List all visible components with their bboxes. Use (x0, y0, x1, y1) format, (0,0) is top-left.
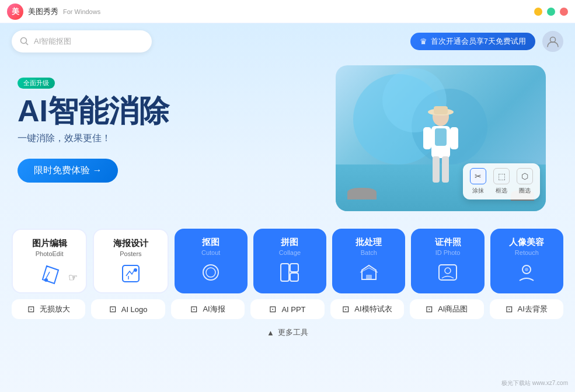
cutout-name: 抠图 (202, 237, 219, 248)
ai-outfit-label: AI模特试衣 (354, 304, 392, 314)
svg-line-1 (26, 43, 29, 46)
collage-icon (279, 262, 300, 283)
feature-idphoto[interactable]: 证件照 ID Photo (411, 229, 484, 293)
cutout-en: Cutout (201, 249, 220, 256)
tool-upscale[interactable]: ⊡ 无损放大 (12, 299, 85, 319)
retouch-icon (516, 262, 537, 283)
svg-rect-8 (433, 156, 440, 183)
app-logo: 美 (7, 4, 23, 20)
tool-ai-ppt[interactable]: ⊡ AI PPT (250, 299, 324, 319)
ai-ppt-label: AI PPT (281, 305, 305, 314)
banner: 全面升级 AI智能消除 一键消除，效果更佳！ 限时免费体验 → (0, 60, 575, 223)
ai-product-icon: ⊡ (426, 304, 433, 314)
box-select-icon: ⬚ (493, 168, 510, 184)
tool-ai-outfit[interactable]: ⊡ AI模特试衣 (330, 299, 404, 319)
photoedit-icon (38, 263, 61, 286)
maximize-button[interactable]: □ (547, 8, 555, 16)
tool-box-select[interactable]: ⬚ 框选 (493, 168, 510, 195)
topbar-right: ♛ 首次开通会员享7天免费试用 (410, 31, 563, 52)
svg-rect-15 (123, 265, 139, 282)
titlebar-left: 美 美图秀秀 For Windows (7, 4, 100, 20)
upscale-icon: ⊡ (27, 304, 35, 314)
more-tools-arrow: ▲ (267, 328, 274, 337)
collage-name: 拼图 (281, 237, 298, 248)
retouch-en: Retouch (515, 249, 539, 256)
svg-rect-21 (290, 273, 298, 281)
feature-photoedit[interactable]: 图片编辑 PhotoEdit ☞ (12, 229, 87, 293)
search-box[interactable]: AI智能抠图 (12, 30, 152, 52)
crown-icon: ♛ (420, 37, 427, 46)
avatar[interactable] (542, 31, 563, 52)
svg-rect-11 (450, 127, 458, 149)
tool-lasso[interactable]: ⬡ 圈选 (517, 168, 533, 195)
person-silhouette (417, 100, 464, 194)
svg-rect-20 (290, 264, 298, 272)
more-tools-label: 更多工具 (278, 327, 308, 338)
svg-rect-7 (435, 128, 447, 146)
ai-logo-icon: ⊡ (109, 304, 117, 314)
lasso-label: 圈选 (519, 187, 531, 195)
tool-smear[interactable]: ✂ 涂抹 (470, 168, 486, 195)
svg-rect-22 (366, 275, 372, 279)
lasso-icon: ⬡ (517, 168, 533, 184)
upscale-label: 无损放大 (40, 304, 70, 314)
user-icon (546, 35, 559, 48)
upgrade-badge: 全面升级 (18, 78, 55, 89)
vip-button[interactable]: ♛ 首次开通会员享7天免费试用 (410, 33, 535, 50)
feature-collage[interactable]: 拼图 Collage (253, 229, 326, 293)
main-content: AI智能抠图 ♛ 首次开通会员享7天免费试用 全面升级 AI智能消除 一键消除，… (0, 23, 575, 392)
idphoto-en: ID Photo (435, 249, 461, 256)
smear-icon: ✂ (470, 168, 486, 184)
banner-left: 全面升级 AI智能消除 一键消除，效果更佳！ 限时免费体验 → (18, 65, 336, 183)
cutout-icon (200, 262, 221, 283)
svg-point-26 (525, 268, 528, 271)
feature-cutout[interactable]: 抠图 Cutout (175, 229, 248, 293)
photoedit-name: 图片编辑 (32, 238, 67, 249)
collage-en: Collage (279, 249, 301, 256)
banner-title: AI智能消除 (18, 94, 336, 128)
tool-ai-product[interactable]: ⊡ AI商品图 (410, 299, 483, 319)
feature-batch[interactable]: 批处理 Batch (332, 229, 405, 293)
svg-rect-19 (281, 264, 289, 281)
app-name: 美图秀秀 (28, 6, 58, 17)
box-select-label: 框选 (496, 187, 507, 195)
ai-poster-icon: ⊡ (190, 304, 198, 314)
banner-subtitle: 一键消除，效果更佳！ (18, 132, 336, 145)
feature-retouch[interactable]: 人像美容 Retouch (490, 229, 563, 293)
trial-button[interactable]: 限时免费体验 → (18, 159, 118, 183)
svg-point-0 (21, 38, 27, 44)
close-button[interactable]: ✕ (560, 8, 568, 16)
svg-point-17 (203, 265, 218, 280)
more-tools[interactable]: ▲ 更多工具 (0, 323, 575, 342)
feature-posters[interactable]: 海报设计 Posters (93, 229, 168, 293)
titlebar: 美 美图秀秀 For Windows — □ ✕ (0, 0, 575, 23)
retouch-name: 人像美容 (509, 237, 544, 248)
tool-ai-bg-remove[interactable]: ⊡ AI去背景 (490, 299, 563, 319)
watermark: 极光下载站 www.xz7.com (501, 379, 568, 387)
batch-en: Batch (361, 249, 377, 256)
vip-label: 首次开通会员享7天免费试用 (431, 36, 526, 47)
banner-image: ✂ 涂抹 ⬚ 框选 ⬡ 圈选 (336, 65, 546, 211)
minimize-button[interactable]: — (534, 8, 542, 16)
idphoto-name: 证件照 (435, 237, 461, 248)
tools-row: ⊡ 无损放大 ⊡ AI Logo ⊡ AI海报 ⊡ AI PPT ⊡ AI模特试… (0, 293, 575, 323)
svg-rect-5 (434, 106, 448, 114)
idphoto-icon (437, 262, 458, 283)
feature-grid: 图片编辑 PhotoEdit ☞ 海报设计 Posters 抠图 C (0, 229, 575, 293)
svg-point-18 (206, 268, 215, 277)
ai-bg-remove-icon: ⊡ (506, 304, 513, 314)
svg-rect-10 (423, 127, 431, 149)
search-icon (20, 37, 29, 46)
ai-logo-label: AI Logo (121, 305, 148, 314)
cursor-icon: ☞ (68, 271, 78, 284)
photoedit-en: PhotoEdit (36, 250, 64, 257)
posters-name: 海报设计 (113, 238, 148, 249)
for-windows-label: For Windows (63, 8, 100, 15)
tool-ai-poster[interactable]: ⊡ AI海报 (171, 299, 245, 319)
ai-bg-remove-label: AI去背景 (518, 304, 548, 314)
tool-ai-logo[interactable]: ⊡ AI Logo (91, 299, 165, 319)
ai-ppt-icon: ⊡ (269, 304, 277, 314)
search-placeholder: AI智能抠图 (34, 36, 71, 47)
svg-point-24 (445, 268, 451, 274)
topbar: AI智能抠图 ♛ 首次开通会员享7天免费试用 (0, 23, 575, 60)
